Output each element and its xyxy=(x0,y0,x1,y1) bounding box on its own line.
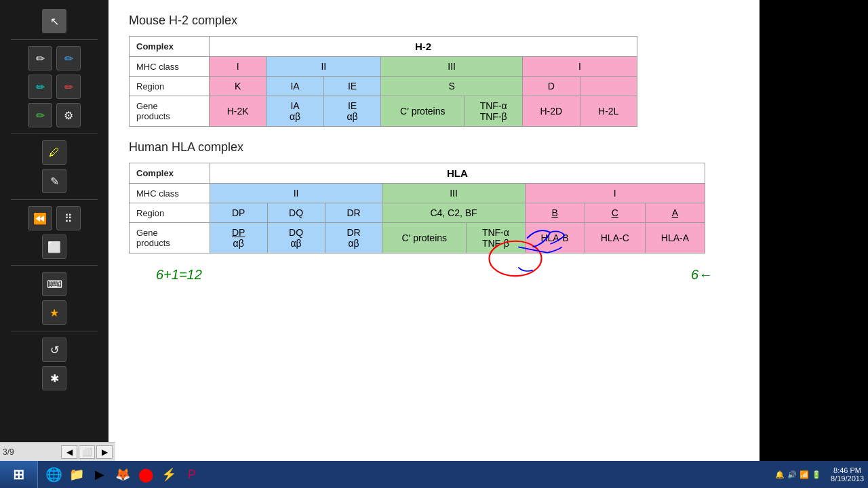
human-mhc-II: II xyxy=(210,184,382,203)
pencil-tool[interactable]: ✎ xyxy=(42,169,66,193)
annotation-left: 6+1=12 xyxy=(156,267,202,283)
mouse-mhc-row: MHC class I II III I xyxy=(130,57,637,77)
mouse-table-title: Mouse H-2 complex xyxy=(129,14,739,28)
start-button[interactable]: ⊞ xyxy=(0,461,38,488)
toolbar: ↖ ✏ ✏ ✏ ✏ ✏ ⚙ 🖊 ✎ ⏪ ⠿ ⬜ ⌨ ★ ↺ ✱ xyxy=(0,0,108,488)
grid-tool[interactable]: ⠿ xyxy=(56,206,81,230)
ppt-icon[interactable]: P xyxy=(182,464,202,485)
ie-icon[interactable]: 🌐 xyxy=(43,464,64,485)
mouse-mhc-I-right: I xyxy=(523,57,637,77)
annotation-right: 6← xyxy=(691,267,712,283)
human-region-DQ: DQ xyxy=(267,203,325,223)
app-icon[interactable]: ⚡ xyxy=(159,464,179,485)
human-gene-DR: DRαβ xyxy=(325,223,382,253)
mouse-mhc-I-left: I xyxy=(209,57,266,77)
human-gene-DP: DPαβ xyxy=(210,223,267,253)
human-region-label: Region xyxy=(130,203,210,223)
pen-tool[interactable]: ✏ xyxy=(28,46,52,70)
misc-tool[interactable]: ✱ xyxy=(42,366,66,390)
human-region-A: A xyxy=(645,203,705,223)
human-gene-Cp: C′ proteins xyxy=(382,223,467,253)
taskbar-icons: 🌐 📁 ▶ 🦊 ⬤ ⚡ P xyxy=(38,464,208,485)
rewind-tool[interactable]: ⏪ xyxy=(28,206,52,230)
human-region-B: B xyxy=(525,203,585,223)
mouse-gene-row: Geneproducts H-2K IAαβ IEαβ C′ proteins … xyxy=(130,96,637,127)
human-complex-label: Complex xyxy=(130,163,210,184)
settings-tool[interactable]: ⚙ xyxy=(56,103,81,127)
green-pen-tool[interactable]: ✏ xyxy=(28,103,52,127)
system-tray: 🔔 🔊 📶 🔋 xyxy=(770,470,827,479)
mouse-region-S: S xyxy=(381,77,523,96)
mouse-gene-TNF: TNF-αTNF-β xyxy=(465,96,523,127)
media-icon[interactable]: ▶ xyxy=(90,464,110,485)
human-region-DP: DP xyxy=(210,203,267,223)
arrow-tool[interactable]: ↖ xyxy=(42,9,66,33)
human-table-title: Human HLA complex xyxy=(129,140,739,155)
human-mhc-III: III xyxy=(382,184,525,203)
mouse-table: Complex H-2 MHC class I II III I Region … xyxy=(129,36,637,127)
human-gene-DQ: DQαβ xyxy=(267,223,325,253)
taskbar: ⊞ 🌐 📁 ▶ 🦊 ⬤ ⚡ P 🔔 🔊 📶 🔋 8:46 PM 8/19/201… xyxy=(0,461,868,488)
nav-buttons: ◀ ⬜ ▶ xyxy=(61,445,113,459)
folder-icon[interactable]: 📁 xyxy=(66,464,87,485)
marker-tool[interactable]: 🖊 xyxy=(42,140,66,165)
mouse-gene-Cp: C′ proteins xyxy=(381,96,465,127)
mouse-mhc-label: MHC class xyxy=(130,57,210,77)
mouse-h2-header: H-2 xyxy=(209,37,637,57)
prev-page-btn[interactable]: ◀ xyxy=(61,445,77,459)
mouse-region-D: D xyxy=(523,77,580,96)
human-gene-label: Geneproducts xyxy=(130,223,210,253)
mouse-region-label: Region xyxy=(130,77,210,96)
human-mhc-row: MHC class II III I xyxy=(130,184,705,203)
right-panel xyxy=(760,0,868,488)
human-mhc-I: I xyxy=(525,184,705,203)
mouse-mhc-II: II xyxy=(267,57,381,77)
blue-pen-tool[interactable]: ✏ xyxy=(56,46,81,70)
clock: 8:46 PM 8/19/2013 xyxy=(827,466,868,483)
mouse-gene-H2D: H-2D xyxy=(523,96,580,127)
star-tool[interactable]: ★ xyxy=(42,300,66,325)
tray-icon-4: 🔋 xyxy=(812,470,821,479)
mouse-gene-IA: IAαβ xyxy=(267,96,323,127)
red-pen-tool[interactable]: ✏ xyxy=(56,75,81,99)
human-table: Complex HLA MHC class II III I Region DP… xyxy=(129,163,705,253)
human-region-C2: C xyxy=(585,203,645,223)
human-gene-row: Geneproducts DPαβ DQαβ DRαβ C′ proteins … xyxy=(130,223,705,253)
human-mhc-label: MHC class xyxy=(130,184,210,203)
bottom-annotations: 6+1=12 6← xyxy=(129,267,739,283)
human-gene-HLAA: HLA-A xyxy=(645,223,705,253)
undo-tool[interactable]: ↺ xyxy=(42,338,66,362)
human-gene-HLAB: HLA-B xyxy=(525,223,585,253)
mouse-complex-label: Complex xyxy=(130,37,210,57)
mouse-region-empty xyxy=(580,77,637,96)
mouse-header-row: Complex H-2 xyxy=(130,37,637,57)
next-page-btn[interactable]: ▶ xyxy=(96,445,113,459)
bookmark-btn[interactable]: ⬜ xyxy=(79,445,95,459)
mouse-region-row: Region K IA IE S D xyxy=(130,77,637,96)
mouse-gene-IE: IEαβ xyxy=(323,96,380,127)
human-region-DR: DR xyxy=(325,203,382,223)
human-hla-header: HLA xyxy=(210,163,705,184)
keyboard-tool[interactable]: ⌨ xyxy=(42,272,66,296)
human-gene-HLAC: HLA-C xyxy=(585,223,645,253)
mouse-gene-label: Geneproducts xyxy=(130,96,210,127)
tray-icon-1: 🔔 xyxy=(775,470,785,479)
clock-date: 8/19/2013 xyxy=(831,474,864,483)
human-region-row: Region DP DQ DR C4, C2, BF B C A xyxy=(130,203,705,223)
human-gene-TNF: TNF-αTNF-β xyxy=(467,223,525,253)
page-status: 3/9 xyxy=(3,447,14,457)
firefox-icon[interactable]: 🦊 xyxy=(113,464,133,485)
tray-icon-2: 🔊 xyxy=(787,470,797,479)
mouse-region-K: K xyxy=(209,77,266,96)
stop-icon[interactable]: ⬤ xyxy=(136,464,156,485)
main-content: Mouse H-2 complex Complex H-2 MHC class … xyxy=(108,0,760,488)
eraser-tool[interactable]: ⬜ xyxy=(42,235,66,259)
tray-icon-3: 📶 xyxy=(800,470,809,479)
cyan-pen-tool[interactable]: ✏ xyxy=(28,75,52,99)
clock-time: 8:46 PM xyxy=(833,466,861,474)
mouse-gene-H2L: H-2L xyxy=(580,96,637,127)
status-bar: 3/9 ◀ ⬜ ▶ xyxy=(0,442,115,461)
human-region-C: C4, C2, BF xyxy=(382,203,525,223)
mouse-mhc-III: III xyxy=(381,57,523,77)
mouse-region-IA: IA xyxy=(267,77,323,96)
